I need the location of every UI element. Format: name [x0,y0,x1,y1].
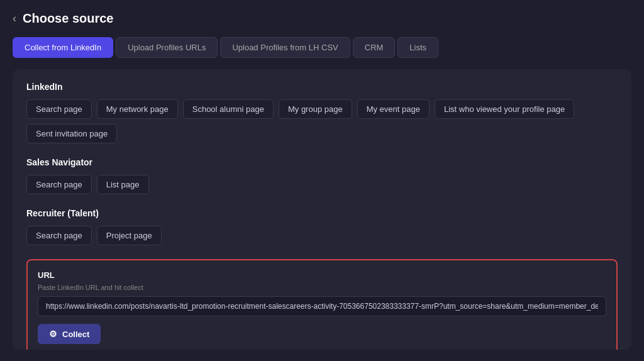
page-title: Choose source [23,11,113,26]
pill-recruiter-search[interactable]: Search page [26,226,92,245]
linkedin-pills: Search page My network page School alumn… [26,99,618,143]
tab-upload-csv[interactable]: Upload Profiles from LH CSV [220,37,350,58]
linkedin-section: LinkedIn Search page My network page Sch… [26,82,618,143]
recruiter-title: Recruiter (Talent) [26,208,618,218]
pill-my-group[interactable]: My group page [279,99,352,119]
collect-button-label: Collect [62,330,89,339]
recruiter-section: Recruiter (Talent) Search page Project p… [26,208,618,245]
back-icon[interactable]: ‹ [13,12,16,25]
tab-crm[interactable]: CRM [353,37,396,58]
tabs-bar: Collect from LinkedIn Upload Profiles UR… [13,37,631,58]
pill-search-page[interactable]: Search page [26,99,92,119]
collect-button[interactable]: ⚙ Collect [38,324,101,344]
recruiter-pills: Search page Project page [26,226,618,245]
tab-collect-linkedin[interactable]: Collect from LinkedIn [13,37,113,58]
linkedin-section-title: LinkedIn [26,82,618,92]
url-section-title: URL [38,270,606,280]
sales-navigator-title: Sales Navigator [26,157,618,167]
header: ‹ Choose source [13,11,631,26]
main-content: LinkedIn Search page My network page Sch… [13,69,631,350]
collect-icon: ⚙ [49,329,57,339]
tab-lists[interactable]: Lists [397,37,438,58]
pill-list-who-viewed[interactable]: List who viewed your profile page [435,99,574,119]
pill-sn-list-page[interactable]: List page [97,175,149,194]
tab-upload-profiles[interactable]: Upload Profiles URLs [116,37,218,58]
pill-school-alumni[interactable]: School alumni page [183,99,274,119]
pill-my-network[interactable]: My network page [97,99,178,119]
pill-recruiter-project[interactable]: Project page [97,226,162,245]
pill-my-event[interactable]: My event page [357,99,430,119]
pill-sn-search-page[interactable]: Search page [26,175,92,194]
url-input[interactable] [38,296,606,316]
url-section: URL Paste LinkedIn URL and hit collect ⚙… [26,259,618,350]
pill-sent-invitation[interactable]: Sent invitation page [26,124,117,143]
sales-navigator-section: Sales Navigator Search page List page [26,157,618,194]
url-label: Paste LinkedIn URL and hit collect [38,284,606,291]
app-container: ‹ Choose source Collect from LinkedIn Up… [0,0,644,361]
sales-navigator-pills: Search page List page [26,175,618,194]
